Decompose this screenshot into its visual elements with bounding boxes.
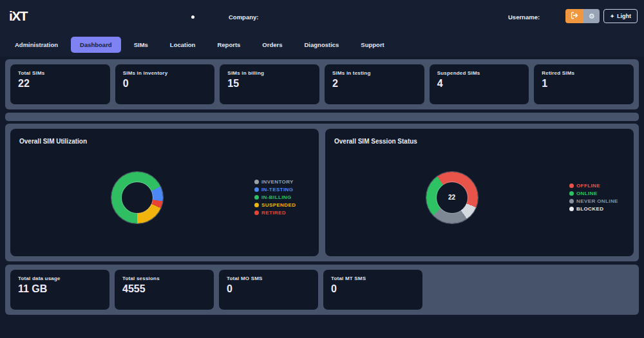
donut-center-label: 22 xyxy=(437,182,468,213)
legend-dot xyxy=(254,195,259,200)
chart-body: 22 OFFLINEONLINENEVER ONLINEBLOCKED xyxy=(334,145,626,250)
sim-utilization-chart-card: Overall SIM Utilization INVENTORYIN-TEST… xyxy=(10,129,319,256)
stat-card: Total MT SMS0 xyxy=(323,270,422,310)
stat-value: 4555 xyxy=(122,283,206,295)
sim-utilization-legend: INVENTORYIN-TESTINGIN-BILLINGSUSPENDEDRE… xyxy=(254,178,310,216)
legend-item-online[interactable]: ONLINE xyxy=(569,190,625,197)
legend-dot xyxy=(569,191,574,196)
stat-card: Total data usage11 GB xyxy=(10,270,109,310)
legend-item-inventory[interactable]: INVENTORY xyxy=(254,178,310,185)
theme-toggle-label: Light xyxy=(617,13,631,19)
light-theme-icon: ✦ xyxy=(610,14,614,19)
stat-card: Suspended SIMs4 xyxy=(430,64,529,104)
collapsed-panel-strip xyxy=(5,113,639,121)
legend-dot xyxy=(569,199,574,203)
legend-item-in-testing[interactable]: IN-TESTING xyxy=(254,186,310,193)
app-logo: iXT xyxy=(9,8,27,24)
nav-tab-administration[interactable]: Administration xyxy=(6,37,67,53)
nav-tab-orders[interactable]: Orders xyxy=(253,37,291,53)
header-dot xyxy=(191,15,194,19)
legend-item-in-billing[interactable]: IN-BILLING xyxy=(254,194,310,201)
legend-label: IN-TESTING xyxy=(261,186,293,193)
stat-value: 4 xyxy=(437,78,522,89)
legend-dot xyxy=(254,180,259,184)
legend-label: OFFLINE xyxy=(576,182,600,189)
nav-tab-location[interactable]: Location xyxy=(161,37,205,53)
stat-value: 0 xyxy=(123,78,207,89)
sim-session-status-legend: OFFLINEONLINENEVER ONLINEBLOCKED xyxy=(569,182,625,212)
stat-value: 1 xyxy=(542,78,626,89)
chart-title: Overall SIM Utilization xyxy=(19,138,311,145)
stat-label: Total MT SMS xyxy=(331,276,415,281)
header-button-group: ⚙ xyxy=(565,9,600,23)
stat-label: SIMs in inventory xyxy=(123,70,207,76)
legend-item-never-online[interactable]: NEVER ONLINE xyxy=(569,198,625,205)
legend-label: IN-BILLING xyxy=(261,194,292,201)
username-label: Username: xyxy=(508,14,540,21)
donut-wrap xyxy=(19,172,254,223)
stat-label: SIMs in testing xyxy=(332,70,417,76)
legend-label: SUSPENDED xyxy=(261,202,296,209)
company-label: Company: xyxy=(229,14,258,21)
stat-value: 22 xyxy=(18,78,102,89)
logout-button[interactable] xyxy=(565,9,583,23)
stat-label: SIMs in billing xyxy=(227,70,312,76)
stat-label: Total MO SMS xyxy=(227,276,310,281)
stat-value: 15 xyxy=(227,78,312,89)
nav-tab-diagnostics[interactable]: Diagnostics xyxy=(296,37,348,53)
logout-icon xyxy=(571,12,578,21)
charts-panel: Overall SIM Utilization INVENTORYIN-TEST… xyxy=(5,124,639,261)
gear-icon: ⚙ xyxy=(589,12,595,21)
donut-wrap: 22 xyxy=(334,172,569,223)
stat-label: Retired SIMs xyxy=(542,70,626,76)
legend-label: ONLINE xyxy=(576,190,598,197)
nav-tab-sims[interactable]: SIMs xyxy=(125,37,157,53)
sim-session-status-donut: 22 xyxy=(426,172,478,223)
legend-label: NEVER ONLINE xyxy=(576,198,618,205)
stat-card: Total SIMs22 xyxy=(10,64,110,104)
legend-dot xyxy=(254,187,259,192)
sim-session-status-chart-card: Overall SIM Session Status 22 OFFLINEONL… xyxy=(325,129,634,256)
sim-utilization-donut xyxy=(111,172,163,223)
chart-body: INVENTORYIN-TESTINGIN-BILLINGSUSPENDEDRE… xyxy=(19,145,311,250)
chart-title: Overall SIM Session Status xyxy=(334,138,626,145)
stat-card: SIMs in billing15 xyxy=(220,64,319,104)
stat-card: Total MO SMS0 xyxy=(219,270,318,310)
stat-card: Total sessions4555 xyxy=(115,270,214,310)
theme-toggle-button[interactable]: ✦ Light xyxy=(603,9,638,23)
app-header: iXT Company: Username: ⚙ ✦ Light xyxy=(0,0,644,32)
legend-dot xyxy=(569,207,574,211)
stat-card: Retired SIMs1 xyxy=(534,64,634,104)
stat-card: SIMs in testing2 xyxy=(325,64,424,104)
stat-label: Suspended SIMs xyxy=(437,70,522,76)
stat-value: 0 xyxy=(227,283,310,295)
nav-tab-support[interactable]: Support xyxy=(352,37,393,53)
legend-item-offline[interactable]: OFFLINE xyxy=(569,182,625,189)
legend-dot xyxy=(569,183,574,188)
main-nav: AdministrationDashboardSIMsLocationRepor… xyxy=(0,32,644,57)
header-buttons: ⚙ ✦ Light xyxy=(565,9,638,23)
stat-card: SIMs in inventory0 xyxy=(115,64,215,104)
legend-label: INVENTORY xyxy=(261,178,294,185)
donut-center-label xyxy=(122,182,153,213)
stat-label: Total sessions xyxy=(122,276,206,281)
nav-tab-dashboard[interactable]: Dashboard xyxy=(71,37,121,53)
legend-item-retired[interactable]: RETIRED xyxy=(254,209,310,216)
settings-button[interactable]: ⚙ xyxy=(583,9,600,23)
top-stats-panel: Total SIMs22SIMs in inventory0SIMs in bi… xyxy=(5,59,639,109)
legend-dot xyxy=(254,211,259,215)
legend-item-suspended[interactable]: SUSPENDED xyxy=(254,202,310,209)
stat-label: Total SIMs xyxy=(18,70,102,76)
legend-label: BLOCKED xyxy=(576,205,603,212)
stat-value: 11 GB xyxy=(18,283,102,295)
stat-value: 0 xyxy=(331,283,415,295)
legend-label: RETIRED xyxy=(261,209,286,216)
legend-item-blocked[interactable]: BLOCKED xyxy=(569,205,625,212)
stat-value: 2 xyxy=(332,78,417,89)
legend-dot xyxy=(254,203,259,207)
stat-label: Total data usage xyxy=(18,276,102,281)
dashboard-page: { "header": { "logo_text": "iXT", "compa… xyxy=(0,0,644,338)
nav-tab-reports[interactable]: Reports xyxy=(208,37,249,53)
bottom-stats-panel: Total data usage11 GBTotal sessions4555T… xyxy=(5,265,639,315)
